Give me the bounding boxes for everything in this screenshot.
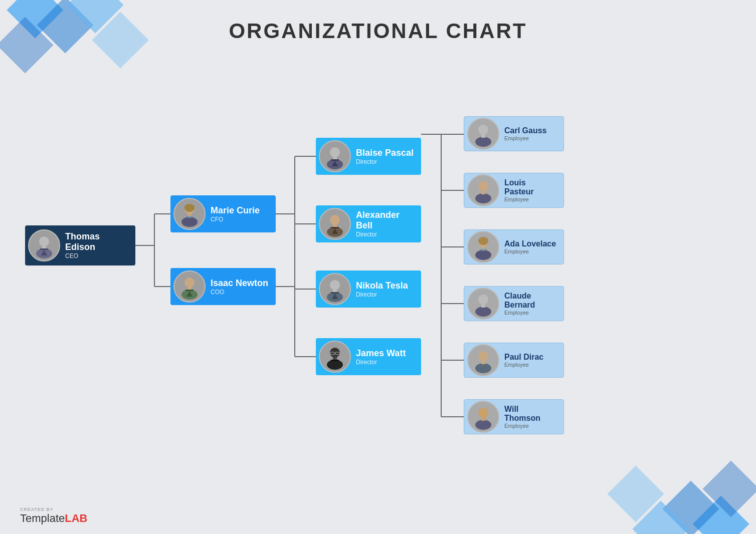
bernard-text: Claude Bernard Employee — [504, 292, 556, 316]
ceo-node: Thomas Edison CEO — [25, 225, 135, 265]
pascal-node: Blaise Pascal Director — [316, 138, 421, 175]
svg-point-26 — [181, 217, 198, 227]
cfo-node: Marie Curie CFO — [170, 195, 276, 232]
pasteur-node: Louis Pasteur Employee — [464, 173, 564, 208]
svg-point-69 — [478, 237, 488, 245]
page-title: ORGANIZATIONAL CHART — [0, 19, 756, 43]
thomson-avatar — [467, 401, 499, 433]
bernard-name: Claude Bernard — [504, 292, 556, 310]
org-chart: Thomas Edison CEO Marie Curie CFO — [15, 60, 746, 494]
thomson-text: Will Thomson Employee — [504, 405, 556, 429]
pasteur-text: Louis Pasteur Employee — [504, 178, 556, 202]
bernard-avatar — [467, 288, 499, 320]
svg-rect-38 — [331, 159, 339, 161]
cfo-name: Marie Curie — [211, 205, 260, 216]
svg-rect-32 — [185, 290, 194, 291]
svg-point-64 — [475, 193, 491, 203]
gauss-role: Employee — [504, 135, 546, 141]
lovelace-role: Employee — [504, 248, 556, 254]
bell-name: Alexander Bell — [356, 210, 414, 231]
coo-role: COO — [211, 289, 268, 296]
pasteur-role: Employee — [504, 196, 556, 202]
watermark-brand-bold: LAB — [65, 512, 87, 524]
cfo-avatar — [173, 198, 206, 230]
bell-text: Alexander Bell Director — [356, 210, 414, 238]
gauss-avatar — [467, 118, 499, 150]
lovelace-text: Ada Lovelace Employee — [504, 239, 556, 254]
svg-point-35 — [330, 147, 340, 157]
lovelace-name: Ada Lovelace — [504, 239, 556, 248]
svg-point-67 — [475, 250, 491, 260]
tesla-node: Nikola Tesla Director — [316, 271, 421, 308]
svg-rect-75 — [481, 360, 485, 364]
watt-node: James Watt Director — [316, 338, 421, 375]
watt-role: Director — [356, 359, 406, 366]
dirac-text: Paul Dirac Employee — [504, 353, 543, 368]
lovelace-node: Ada Lovelace Employee — [464, 229, 564, 264]
ceo-name: Thomas Edison — [65, 231, 128, 252]
gauss-node: Carl Gauss Employee — [464, 116, 564, 151]
coo-avatar — [173, 271, 206, 303]
svg-point-71 — [475, 307, 491, 317]
dirac-role: Employee — [504, 362, 543, 368]
pasteur-avatar — [467, 174, 499, 206]
watermark: CREATED BY TemplateLAB — [20, 507, 88, 524]
ceo-role: CEO — [65, 252, 128, 259]
svg-point-73 — [478, 351, 488, 361]
dirac-node: Paul Dirac Employee — [464, 343, 564, 378]
pascal-text: Blaise Pascal Director — [356, 148, 414, 165]
coo-text: Isaac Newton COO — [211, 278, 268, 296]
svg-point-29 — [184, 278, 195, 288]
svg-rect-62 — [481, 134, 485, 138]
svg-rect-78 — [481, 417, 485, 421]
svg-point-41 — [330, 215, 340, 225]
bell-avatar — [319, 208, 351, 240]
pascal-avatar — [319, 140, 351, 172]
svg-point-19 — [39, 236, 49, 246]
watt-avatar — [319, 341, 351, 373]
svg-rect-44 — [331, 227, 339, 228]
svg-point-60 — [478, 125, 488, 135]
thomson-node: Will Thomson Employee — [464, 399, 564, 434]
watermark-brand: TemplateLAB — [20, 513, 88, 524]
svg-rect-65 — [481, 190, 485, 194]
svg-point-53 — [330, 348, 340, 358]
svg-rect-22 — [40, 248, 48, 250]
thomson-role: Employee — [504, 423, 556, 429]
svg-rect-72 — [481, 304, 485, 308]
watermark-created-by: CREATED BY — [20, 507, 88, 512]
tesla-role: Director — [356, 291, 408, 298]
ceo-avatar — [28, 229, 60, 261]
coo-node: Isaac Newton COO — [170, 268, 276, 305]
svg-point-47 — [330, 280, 340, 290]
tesla-avatar — [319, 273, 351, 305]
cfo-text: Marie Curie CFO — [211, 205, 260, 223]
bell-node: Alexander Bell Director — [316, 205, 421, 242]
svg-point-76 — [478, 408, 488, 418]
svg-point-61 — [475, 137, 491, 147]
pasteur-name: Louis Pasteur — [504, 178, 556, 196]
gauss-text: Carl Gauss Employee — [504, 126, 546, 141]
tesla-name: Nikola Tesla — [356, 281, 408, 291]
svg-point-70 — [478, 295, 488, 305]
svg-point-77 — [475, 420, 491, 430]
watt-text: James Watt Director — [356, 348, 406, 366]
coo-name: Isaac Newton — [211, 278, 268, 289]
thomson-name: Will Thomson — [504, 405, 556, 423]
svg-point-28 — [184, 204, 195, 212]
gauss-name: Carl Gauss — [504, 126, 546, 135]
tesla-text: Nikola Tesla Director — [356, 281, 408, 298]
watt-name: James Watt — [356, 348, 406, 359]
ceo-text: Thomas Edison CEO — [65, 231, 128, 259]
svg-point-63 — [478, 181, 488, 191]
dirac-name: Paul Dirac — [504, 353, 543, 362]
svg-rect-50 — [331, 292, 339, 294]
lovelace-avatar — [467, 231, 499, 263]
bell-role: Director — [356, 231, 414, 238]
svg-point-74 — [475, 363, 491, 373]
pascal-name: Blaise Pascal — [356, 148, 414, 158]
bernard-role: Employee — [504, 310, 556, 316]
svg-rect-56 — [331, 360, 339, 361]
cfo-role: CFO — [211, 216, 260, 223]
pascal-role: Director — [356, 158, 414, 165]
